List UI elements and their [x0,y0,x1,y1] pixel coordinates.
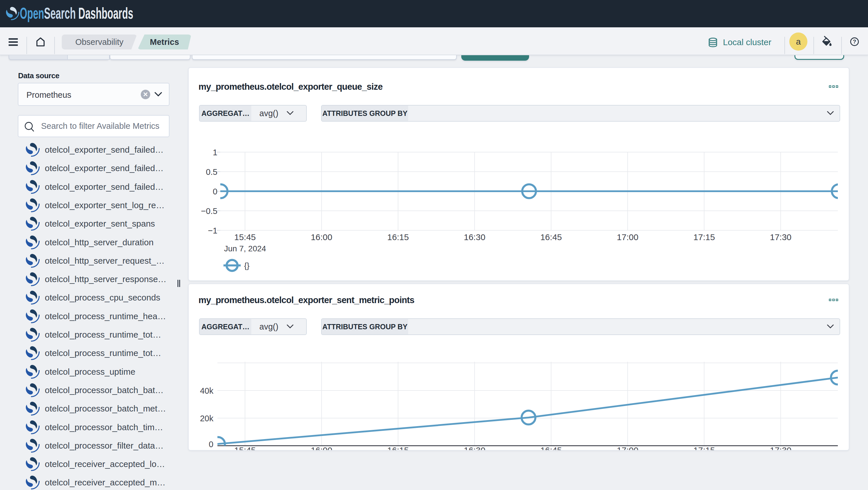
svg-text:16:45: 16:45 [540,445,562,451]
svg-text:Jun 7, 2024: Jun 7, 2024 [224,244,266,253]
svg-text:17:00: 17:00 [617,232,639,242]
svg-text:{}: {} [244,261,250,270]
svg-text:−1: −1 [208,226,217,235]
svg-text:16:30: 16:30 [464,445,486,451]
svg-text:−0.5: −0.5 [201,206,217,216]
svg-text:40k: 40k [200,386,213,395]
svg-text:0: 0 [209,440,213,449]
svg-text:16:30: 16:30 [464,232,486,242]
svg-text:17:15: 17:15 [693,445,715,451]
svg-text:?: ? [853,38,856,45]
svg-text:16:15: 16:15 [387,232,409,242]
svg-text:1: 1 [213,148,217,157]
svg-text:15:45: 15:45 [234,232,256,242]
svg-text:0: 0 [213,187,217,196]
svg-text:17:00: 17:00 [617,445,639,451]
svg-text:16:00: 16:00 [311,445,332,451]
svg-text:16:00: 16:00 [311,232,332,242]
svg-text:17:15: 17:15 [693,232,715,242]
svg-text:16:15: 16:15 [387,445,409,451]
svg-text:15:45: 15:45 [234,445,256,451]
svg-text:16:45: 16:45 [540,232,562,242]
svg-text:20k: 20k [200,414,213,423]
svg-text:17:30: 17:30 [770,232,791,242]
svg-text:0.5: 0.5 [206,167,217,177]
svg-text:17:30: 17:30 [770,445,791,451]
